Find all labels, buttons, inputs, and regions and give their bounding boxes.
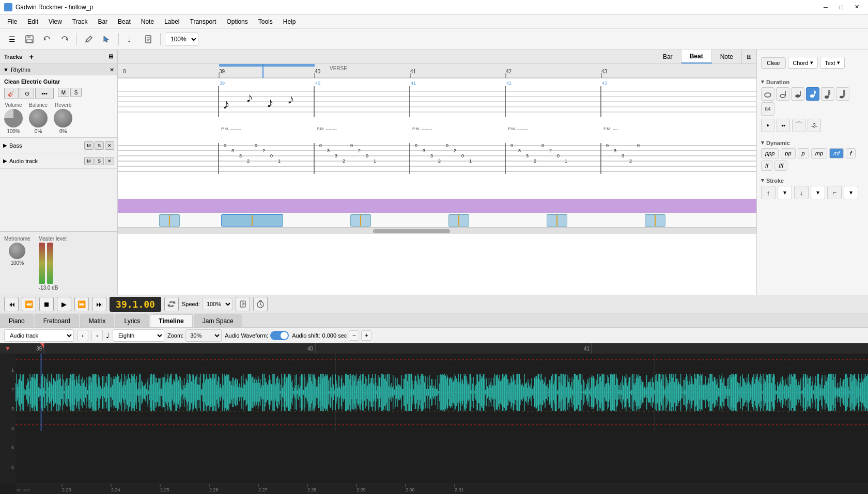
- dur-quarter[interactable]: [791, 87, 804, 101]
- transport-stop[interactable]: ⏹: [39, 297, 54, 311]
- horizontal-scrollbar[interactable]: [118, 228, 756, 234]
- dur-eighth[interactable]: [806, 87, 819, 101]
- undo-btn[interactable]: [39, 31, 55, 47]
- menu-help[interactable]: Help: [278, 16, 301, 27]
- save-btn[interactable]: [22, 31, 37, 47]
- dot-single-btn[interactable]: •: [761, 119, 774, 132]
- audio-solo-btn[interactable]: S: [95, 157, 104, 165]
- bass-mute-btn[interactable]: M: [84, 141, 94, 150]
- rhythm-close-btn[interactable]: ✕: [110, 67, 114, 73]
- clear-btn[interactable]: Clear: [761, 57, 786, 69]
- menu-transport[interactable]: Transport: [185, 16, 222, 27]
- menu-file[interactable]: File: [2, 16, 22, 27]
- tab-piano[interactable]: Piano: [0, 314, 34, 327]
- tab-matrix[interactable]: Matrix: [80, 314, 115, 327]
- dynamic-collapse[interactable]: ▾: [761, 139, 764, 146]
- stroke-misc-dropdown[interactable]: ▾: [844, 186, 858, 199]
- menu-label[interactable]: Label: [159, 16, 184, 27]
- transport-rewind[interactable]: ⏪: [22, 297, 36, 311]
- redo-btn[interactable]: [57, 31, 72, 47]
- guitar-fx-btn[interactable]: ⊙: [20, 88, 34, 99]
- tab-jamspace[interactable]: Jam Space: [194, 314, 242, 327]
- maximize-btn[interactable]: □: [834, 2, 848, 13]
- pencil-btn[interactable]: [81, 31, 97, 47]
- menu-edit[interactable]: Edit: [22, 16, 43, 27]
- audio-expand-btn[interactable]: ▶: [3, 158, 7, 164]
- audio-del-btn[interactable]: ✕: [105, 157, 114, 165]
- menu-view[interactable]: View: [43, 16, 67, 27]
- menu-tools[interactable]: Tools: [253, 16, 278, 27]
- shift-minus-btn[interactable]: −: [349, 330, 359, 341]
- menu-options[interactable]: Options: [221, 16, 253, 27]
- menu-note[interactable]: Note: [136, 16, 159, 27]
- minimize-btn[interactable]: ─: [818, 2, 833, 13]
- dur-sixteenth[interactable]: [821, 87, 834, 101]
- duration-collapse[interactable]: ▾: [761, 78, 764, 85]
- bass-solo-btn[interactable]: S: [95, 141, 104, 150]
- zoom-select[interactable]: 100% 50% 75% 125% 150%: [165, 33, 198, 46]
- dur-64th[interactable]: 64: [761, 102, 774, 116]
- scrollbar-thumb[interactable]: [373, 229, 450, 233]
- shift-plus-btn[interactable]: +: [361, 330, 371, 341]
- dyn-ppp[interactable]: ppp: [761, 148, 779, 158]
- dyn-mp[interactable]: mp: [811, 148, 827, 158]
- transport-forward-end[interactable]: ⏭: [92, 297, 106, 311]
- guitar-more-btn[interactable]: •••: [35, 88, 54, 99]
- audio-clip-6[interactable]: [645, 214, 665, 227]
- stroke-up-btn[interactable]: ↑: [761, 186, 776, 199]
- audio-clip-2-selected[interactable]: [221, 214, 283, 227]
- rhythm-expand-btn[interactable]: ▼: [3, 67, 9, 73]
- dyn-p[interactable]: p: [798, 148, 809, 158]
- transport-play[interactable]: ▶: [57, 297, 71, 311]
- transport-loop[interactable]: [164, 297, 179, 311]
- stroke-mute-btn[interactable]: ⌐: [827, 186, 842, 199]
- tab-note[interactable]: Note: [712, 50, 742, 63]
- note-value-select[interactable]: Eighth Whole Half Quarter Sixteenth: [113, 329, 164, 342]
- stroke-up-dropdown[interactable]: ▾: [778, 186, 792, 199]
- hamburger-btn[interactable]: ☰: [4, 31, 20, 47]
- dur-whole[interactable]: [761, 87, 774, 101]
- tab-beat[interactable]: Beat: [681, 50, 712, 63]
- volume-knob[interactable]: [4, 109, 23, 128]
- guitar-tool-btn[interactable]: 🎸: [4, 88, 19, 99]
- tl-next-btn[interactable]: ›: [91, 330, 103, 341]
- tl-prev-btn[interactable]: ‹: [77, 330, 88, 341]
- guitar-mute-btn[interactable]: M: [58, 88, 69, 97]
- zoom-value-select[interactable]: 30% 10% 20% 50% 100%: [185, 329, 222, 342]
- tl-track-select[interactable]: Audio track Bass Clean Electric Guitar: [4, 329, 74, 342]
- tab-bar[interactable]: Bar: [655, 50, 681, 63]
- add-track-btn[interactable]: +: [26, 52, 37, 62]
- tab-timeline[interactable]: Timeline: [150, 314, 192, 327]
- guitar-solo-btn[interactable]: S: [70, 88, 82, 97]
- dot-double-btn[interactable]: ••: [777, 119, 790, 132]
- chord-dropdown[interactable]: Chord ▾: [788, 57, 818, 69]
- audio-mute-btn[interactable]: M: [84, 157, 94, 165]
- transport-forward[interactable]: ⏩: [74, 297, 89, 311]
- menu-beat[interactable]: Beat: [113, 16, 136, 27]
- bass-expand-btn[interactable]: ▶: [3, 142, 7, 148]
- bass-del-btn[interactable]: ✕: [105, 141, 114, 150]
- audio-clip-3[interactable]: [350, 214, 371, 227]
- fit-tracks-btn[interactable]: ⊞: [109, 53, 113, 60]
- dyn-pp[interactable]: pp: [781, 148, 795, 158]
- dyn-fff[interactable]: fff: [774, 161, 787, 171]
- score-expand-btn[interactable]: ⊞: [742, 50, 756, 63]
- reverb-knob[interactable]: [54, 109, 72, 128]
- text-doc-btn[interactable]: [141, 31, 156, 47]
- tie-btn[interactable]: ⌒: [792, 119, 805, 132]
- cursor-btn[interactable]: [99, 31, 114, 47]
- tab-lyrics[interactable]: Lyrics: [115, 314, 149, 327]
- speed-select[interactable]: 100% 75% 125% 150%: [202, 298, 233, 310]
- stroke-down-btn[interactable]: ↓: [794, 186, 809, 199]
- dyn-mf[interactable]: mf: [829, 148, 844, 158]
- audio-clip-4[interactable]: [448, 214, 469, 227]
- tab-fretboard[interactable]: Fretboard: [35, 314, 79, 327]
- dur-half[interactable]: [776, 87, 789, 101]
- waveform-switch[interactable]: [270, 331, 289, 340]
- transport-timer[interactable]: [253, 297, 268, 311]
- dur-32nd[interactable]: [836, 87, 849, 101]
- stroke-collapse[interactable]: ▾: [761, 177, 764, 184]
- notation-btn[interactable]: ♩: [123, 31, 138, 47]
- dyn-ff[interactable]: ff: [761, 161, 772, 171]
- dyn-f[interactable]: f: [846, 148, 856, 158]
